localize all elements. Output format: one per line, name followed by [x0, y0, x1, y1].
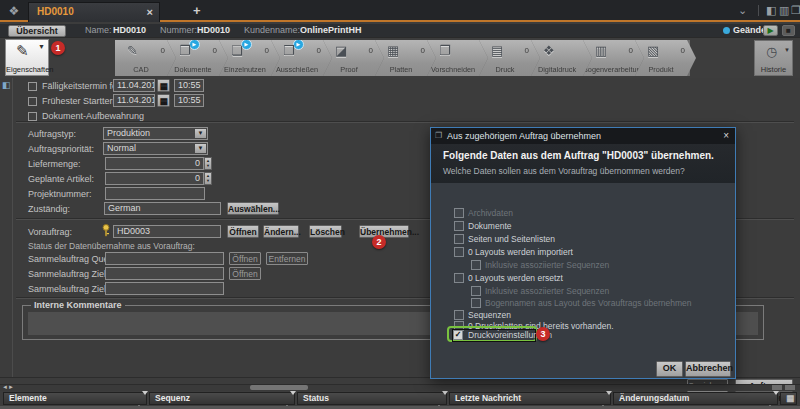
checkbox[interactable] — [454, 221, 464, 231]
takeover-button[interactable]: Übernehmen... — [359, 225, 409, 238]
open-source-button[interactable]: Öffnen — [229, 252, 261, 265]
customer-label: Kundenname: — [244, 24, 300, 37]
column-label: Änderungsdatum — [619, 393, 689, 403]
step-einzelnutzen[interactable]: ▶ ❏ 0 Einzelnutzen — [219, 40, 280, 76]
properties-button[interactable]: ✎ ▼ Eigenschaften — [5, 39, 49, 76]
sort-icon[interactable] — [767, 395, 774, 406]
detach-window-icon[interactable]: ❐ — [791, 4, 800, 17]
column-header-sequenz[interactable]: Sequenz — [149, 392, 295, 405]
project-number-field[interactable] — [105, 187, 205, 200]
panel-splitter[interactable] — [12, 78, 13, 378]
cancel-button[interactable]: Abbrechen — [685, 361, 731, 377]
select-responsible-button[interactable]: Auswählen... — [227, 202, 279, 215]
checkbox[interactable] — [454, 310, 464, 320]
collect-target-field[interactable] — [105, 267, 224, 280]
step-platten[interactable]: ▦ 0 Platten — [375, 40, 436, 76]
retention-checkbox[interactable] — [28, 112, 37, 121]
column-header-elemente[interactable]: Elemente — [3, 392, 147, 405]
close-tab-icon[interactable]: × — [147, 3, 153, 21]
step-count: 0 — [265, 46, 269, 55]
job-tab[interactable]: HD0010 × — [28, 2, 160, 22]
ausschiessen-icon: ❒ — [283, 43, 295, 58]
scroll-button[interactable] — [772, 385, 782, 390]
calendar-icon[interactable]: ▦ — [157, 79, 170, 92]
open-predecessor-button[interactable]: Öffnen — [227, 225, 259, 238]
step-druck[interactable]: ▤ 0 Druck — [479, 40, 540, 76]
due-time-field[interactable]: 10:55 — [174, 79, 204, 92]
planned-articles-field[interactable]: 0 — [105, 172, 204, 185]
responsible-field[interactable]: German — [104, 202, 221, 215]
scroll-arrows-icon[interactable]: ◄► — [2, 384, 14, 390]
column-label: Elemente — [9, 393, 47, 403]
checkbox[interactable] — [454, 234, 464, 244]
step-ausschiessen[interactable]: ▶ ❒ 0 Ausschießen — [271, 40, 332, 76]
chevron-down-icon[interactable]: ▼ — [195, 144, 206, 153]
dock-left-icon[interactable]: ◧ — [766, 4, 776, 17]
quantity-stepper[interactable]: ▲▼ — [204, 172, 212, 185]
divider — [758, 5, 759, 16]
column-header-letzte-nachricht[interactable]: Letzte Nachricht — [449, 392, 611, 405]
dropdown-arrow-icon[interactable]: ▼ — [38, 43, 45, 50]
proof-icon: ◪ — [335, 43, 347, 58]
collect-source-field[interactable] — [105, 252, 224, 265]
step-digitaldruck[interactable]: ❖ Digitaldruck — [531, 40, 592, 76]
due-date-checkbox[interactable] — [28, 82, 37, 91]
sort-icon[interactable] — [600, 395, 607, 406]
scroll-button[interactable] — [785, 385, 795, 390]
application-window: ❖ HD0010 × + ⌄ ◧ ▥ ❐ Übersicht Name: HD0… — [0, 0, 800, 409]
step-count: 0 — [629, 46, 633, 55]
dropdown-arrow-icon[interactable]: ▼ — [784, 47, 790, 53]
start-date-checkbox[interactable] — [28, 97, 37, 106]
checkbox-checked[interactable]: ✓ — [453, 330, 463, 340]
open-target-button[interactable]: Öffnen — [229, 267, 261, 280]
delivery-qty-field[interactable]: 0 — [105, 157, 204, 170]
sort-icon[interactable] — [436, 395, 443, 406]
priority-select[interactable]: Normal ▼ — [103, 142, 208, 155]
checkbox[interactable] — [454, 247, 464, 257]
remove-source-button[interactable]: Entfernen — [266, 252, 308, 265]
checkbox[interactable] — [454, 273, 464, 283]
quantity-stepper[interactable]: ▲▼ — [204, 157, 212, 170]
overview-button[interactable]: Übersicht — [8, 25, 66, 37]
ok-button[interactable]: OK — [656, 361, 683, 377]
step-count: 0 — [421, 46, 425, 55]
layout-icon[interactable]: ▥ — [779, 4, 789, 17]
due-date-field[interactable]: 11.04.2018 — [113, 79, 155, 92]
collect-sheet-field[interactable] — [105, 282, 224, 295]
scrollbar-thumb[interactable] — [250, 385, 308, 390]
start-time-field[interactable]: 10:55 — [174, 94, 204, 107]
column-header-status[interactable]: Status — [297, 392, 447, 405]
column-header-aenderungsdatum[interactable]: Änderungsdatum — [613, 392, 778, 405]
sort-icon[interactable] — [284, 395, 291, 406]
step-vorschneiden[interactable]: ❐ Vorschneiden — [427, 40, 488, 76]
step-cad[interactable]: ✎ 0 CAD — [115, 40, 176, 76]
pin-icon[interactable]: ◧ — [2, 80, 11, 90]
chevron-down-icon[interactable]: ▼ — [195, 129, 206, 138]
step-proof[interactable]: ◪ 0 Proof — [323, 40, 384, 76]
close-icon[interactable]: × — [723, 128, 729, 144]
separator — [16, 121, 794, 123]
horizontal-scrollbar[interactable] — [0, 384, 800, 391]
step-produkt[interactable]: ▧ 0 Produkt — [635, 40, 696, 76]
chevron-down-icon[interactable]: ⌄ — [738, 4, 747, 17]
step-bogenverarbeitung[interactable]: ▥ 0 Bogenverarbeitung — [583, 40, 644, 76]
step-dokumente[interactable]: ▶ ❐ 0 Dokumente — [167, 40, 228, 76]
takeover-dialog: ❐ Aus zugehörigem Auftrag übernehmen × F… — [430, 127, 736, 379]
change-predecessor-button[interactable]: Ändern... — [263, 225, 299, 238]
option-druckvoreinstellungen[interactable]: ✓ Druckvoreinstellungen — [452, 329, 536, 342]
job-type-select[interactable]: Produktion ▼ — [103, 127, 208, 140]
history-button[interactable]: ◷ ▼ Historie — [754, 40, 793, 76]
start-date-field[interactable]: 11.04.2018 — [113, 94, 155, 107]
calendar-icon[interactable]: ▦ — [157, 94, 170, 107]
sort-icon[interactable] — [136, 395, 143, 406]
delete-predecessor-button[interactable]: Löschen — [309, 225, 342, 238]
job-tab-label: HD0010 — [37, 6, 74, 17]
history-icon: ◷ — [766, 44, 777, 59]
predecessor-field[interactable]: HD0003 — [113, 225, 221, 238]
stop-icon[interactable]: ■ — [782, 25, 795, 36]
table-settings-icon[interactable]: ▦ — [780, 392, 797, 405]
workflow-steps-bar: ✎ 0 CAD ▶ ❐ 0 Dokumente ▶ ❏ 0 Einzelnutz… — [115, 40, 690, 76]
run-icon[interactable]: ▶ — [763, 25, 778, 36]
new-tab-icon[interactable]: + — [193, 3, 201, 18]
dialog-title-bar[interactable]: ❐ Aus zugehörigem Auftrag übernehmen × — [431, 128, 735, 144]
